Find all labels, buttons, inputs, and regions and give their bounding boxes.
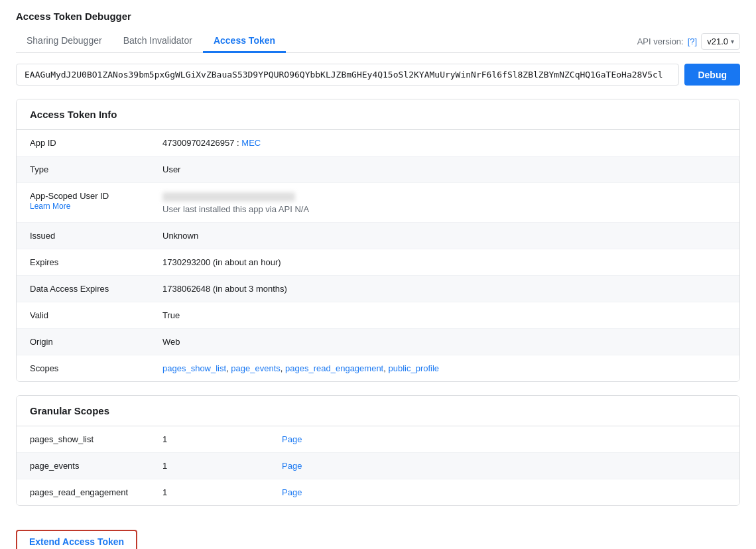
granular-table: pages_show_list 1 Page page_events 1 Pag…	[17, 426, 739, 505]
tab-sharing-debugger[interactable]: Sharing Debugger	[16, 30, 113, 53]
granular-scope-type[interactable]: Page	[269, 479, 739, 505]
debug-button[interactable]: Debug	[684, 64, 740, 86]
api-version-value: v21.0	[707, 36, 728, 46]
row-key: Type	[17, 156, 149, 183]
row-key-main: App-Scoped User ID	[30, 191, 136, 201]
row-value: Web	[149, 328, 739, 355]
table-row: Expires 1730293200 (in about an hour)	[17, 249, 739, 275]
tabs-bar: Sharing Debugger Batch Invalidator Acces…	[16, 30, 740, 53]
row-key: Origin	[17, 328, 149, 355]
api-version-select[interactable]: v21.0 ▾	[701, 33, 740, 50]
scope-link[interactable]: pages_read_engagement	[285, 363, 383, 373]
tab-access-token[interactable]: Access Token	[203, 30, 286, 53]
granular-scope-name: pages_show_list	[17, 426, 149, 453]
table-row: Data Access Expires 1738062648 (in about…	[17, 275, 739, 302]
token-input-row: Debug	[16, 64, 740, 86]
table-row: Scopes pages_show_list, page_events, pag…	[17, 355, 739, 381]
granular-scope-count: 1	[149, 479, 269, 505]
app-id-prefix: 473009702426957 :	[162, 138, 241, 148]
table-row: Valid True	[17, 302, 739, 328]
row-value: User	[149, 156, 739, 183]
row-key: App-Scoped User ID Learn More	[17, 183, 149, 223]
token-input[interactable]	[16, 64, 679, 86]
table-row: App-Scoped User ID Learn More User last …	[17, 183, 739, 223]
table-row: App ID 473009702426957 : MEC	[17, 130, 739, 156]
access-token-info-card: Access Token Info App ID 473009702426957…	[16, 99, 740, 382]
chevron-down-icon: ▾	[731, 38, 734, 45]
row-key: Data Access Expires	[17, 275, 149, 302]
scope-link[interactable]: pages_show_list	[162, 363, 226, 373]
granular-scopes-header: Granular Scopes	[17, 396, 739, 426]
table-row: Issued Unknown	[17, 222, 739, 249]
row-key: Expires	[17, 249, 149, 275]
app-install-note: User last installed this app via API N/A	[162, 204, 726, 214]
row-value: Unknown	[149, 222, 739, 249]
row-key: App ID	[17, 130, 149, 156]
table-row: pages_show_list 1 Page	[17, 426, 739, 453]
row-value: True	[149, 302, 739, 328]
app-id-link[interactable]: MEC	[241, 138, 261, 148]
api-version-label: API version:	[637, 36, 684, 46]
row-value: User last installed this app via API N/A	[149, 183, 739, 223]
table-row: Type User	[17, 156, 739, 183]
info-table: App ID 473009702426957 : MEC Type User A…	[17, 130, 739, 381]
row-value: 1730293200 (in about an hour)	[149, 249, 739, 275]
granular-scopes-card: Granular Scopes pages_show_list 1 Page p…	[16, 395, 740, 506]
blurred-user-id	[162, 192, 295, 202]
page-wrapper: Access Token Debugger Sharing Debugger B…	[0, 0, 756, 549]
granular-scope-name: page_events	[17, 452, 149, 479]
granular-scope-name: pages_read_engagement	[17, 479, 149, 505]
access-token-info-header: Access Token Info	[17, 99, 739, 130]
page-title: Access Token Debugger	[16, 11, 740, 22]
granular-scope-count: 1	[149, 452, 269, 479]
tabs-left: Sharing Debugger Batch Invalidator Acces…	[16, 30, 286, 52]
row-key: Valid	[17, 302, 149, 328]
granular-scope-type[interactable]: Page	[269, 452, 739, 479]
learn-more-link[interactable]: Learn More	[30, 202, 70, 211]
scope-link[interactable]: public_profile	[388, 363, 439, 373]
api-version-help[interactable]: [?]	[688, 36, 697, 46]
row-value: pages_show_list, page_events, pages_read…	[149, 355, 739, 381]
table-row: pages_read_engagement 1 Page	[17, 479, 739, 505]
row-key: Scopes	[17, 355, 149, 381]
extend-access-token-button[interactable]: Extend Access Token	[16, 530, 137, 549]
granular-scope-count: 1	[149, 426, 269, 453]
table-row: Origin Web	[17, 328, 739, 355]
row-key: Issued	[17, 222, 149, 249]
scope-link[interactable]: page_events	[231, 363, 280, 373]
granular-scope-type[interactable]: Page	[269, 426, 739, 453]
api-version-container: API version: [?] v21.0 ▾	[637, 33, 740, 50]
row-value: 473009702426957 : MEC	[149, 130, 739, 156]
tab-batch-invalidator[interactable]: Batch Invalidator	[113, 30, 203, 53]
footer-actions: Extend Access Token	[16, 519, 740, 549]
table-row: page_events 1 Page	[17, 452, 739, 479]
row-value: 1738062648 (in about 3 months)	[149, 275, 739, 302]
